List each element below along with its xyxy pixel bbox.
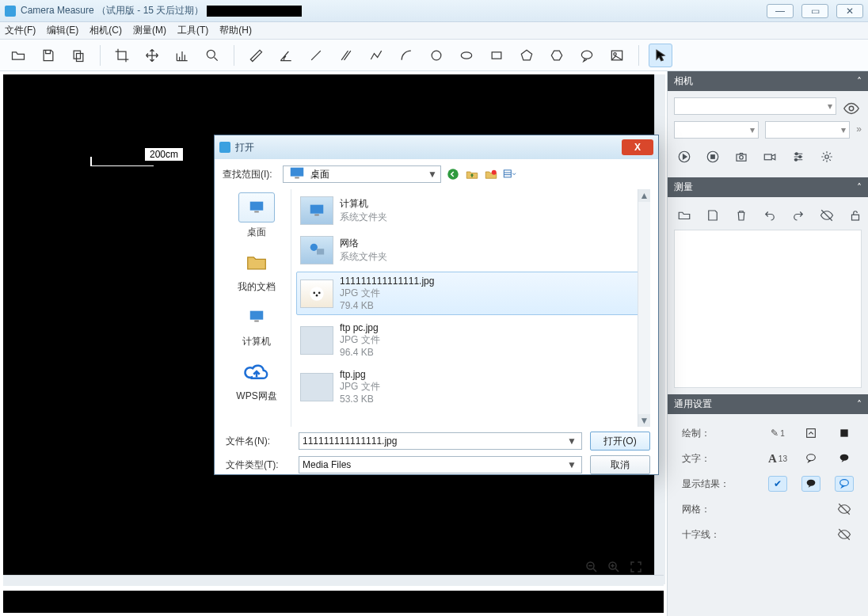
list-item[interactable]: ftp.jpgJPG 文件53.3 KB — [296, 365, 645, 409]
rect-icon[interactable] — [485, 44, 508, 67]
arc-icon[interactable] — [394, 44, 418, 67]
general-panel-header[interactable]: 通用设置˄ — [668, 394, 868, 414]
edit-box-icon[interactable] — [801, 425, 820, 441]
camera-select[interactable]: ▾ — [674, 97, 836, 115]
label-grid: 网格： — [682, 503, 736, 516]
hide-icon[interactable] — [820, 208, 834, 225]
annotate-icon[interactable] — [575, 44, 599, 67]
dialog-titlebar: 打开 X — [215, 135, 658, 159]
visibility-icon[interactable] — [841, 100, 862, 120]
place-mydocs[interactable]: 我的文档 — [238, 247, 276, 294]
crop-icon[interactable] — [110, 44, 134, 67]
image-icon[interactable] — [605, 44, 629, 67]
menu-help[interactable]: 帮助(H) — [219, 24, 252, 37]
bubble-fill-icon[interactable] — [835, 451, 854, 466]
list-item-selected[interactable]: 111111111111111.jpgJPG 文件79.4 KB — [296, 272, 645, 315]
save-icon[interactable] — [36, 44, 60, 67]
maximize-button[interactable]: ▭ — [801, 4, 828, 18]
redo-icon[interactable] — [791, 208, 805, 225]
measure-label: 200cm — [144, 147, 184, 162]
horizontal-scrollbar[interactable] — [3, 575, 664, 586]
measure-panel-header[interactable]: 测量˄ — [668, 177, 868, 197]
save-icon[interactable] — [706, 208, 720, 225]
svg-rect-30 — [295, 177, 299, 178]
zoom-icon[interactable] — [200, 44, 224, 67]
svg-rect-29 — [291, 167, 304, 176]
list-item[interactable]: ftp pc.jpgJPG 文件96.4 KB — [296, 318, 645, 362]
parallel-icon[interactable] — [334, 44, 358, 67]
file-list[interactable]: 计算机系统文件夹 网络系统文件夹 111111111111111.jpgJPG … — [291, 189, 650, 427]
menu-tools[interactable]: 工具(T) — [177, 24, 208, 37]
svg-point-16 — [740, 156, 744, 160]
pointer-icon[interactable] — [649, 44, 672, 67]
back-icon[interactable] — [446, 167, 460, 181]
res-select-2[interactable]: ▾ — [765, 121, 850, 139]
label-cross: 十字线： — [682, 528, 736, 542]
filetype-select[interactable]: Media Files▼ — [299, 456, 582, 473]
polyline-icon[interactable] — [364, 44, 388, 67]
zoom-in-icon[interactable] — [607, 560, 621, 576]
bubble-outline-icon[interactable] — [801, 451, 820, 466]
measure-list[interactable] — [674, 230, 862, 388]
zoom-out-icon[interactable] — [584, 560, 599, 576]
new-folder-icon[interactable] — [484, 167, 498, 181]
view-menu-icon[interactable] — [503, 167, 517, 181]
dialog-close-button[interactable]: X — [622, 139, 653, 155]
ellipse-icon[interactable] — [455, 44, 478, 67]
undo-icon[interactable] — [763, 208, 777, 225]
polygon-icon[interactable] — [545, 44, 569, 67]
place-desktop[interactable]: 桌面 — [238, 192, 275, 239]
list-item[interactable]: 网络系统文件夹 — [296, 232, 645, 268]
menu-file[interactable]: 文件(F) — [5, 24, 36, 37]
place-wps[interactable]: WPS网盘 — [236, 356, 276, 403]
stop-icon[interactable] — [706, 150, 720, 166]
menu-measure[interactable]: 测量(M) — [133, 24, 166, 37]
lookin-select[interactable]: 桌面 ▼ — [283, 165, 441, 183]
res-select-1[interactable]: ▾ — [674, 121, 759, 139]
ruler-icon[interactable] — [244, 44, 268, 67]
menu-camera[interactable]: 相机(C) — [89, 24, 122, 37]
eye-off-icon[interactable] — [835, 527, 854, 542]
list-item[interactable]: 计算机系统文件夹 — [296, 192, 645, 229]
settings-icon[interactable] — [820, 150, 834, 166]
up-folder-icon[interactable] — [465, 167, 479, 181]
pentagon-icon[interactable] — [515, 44, 539, 67]
svg-point-6 — [581, 51, 592, 59]
place-computer[interactable]: 计算机 — [238, 302, 275, 348]
snapshot-icon[interactable] — [734, 150, 748, 166]
histogram-icon[interactable] — [170, 44, 194, 67]
lock-icon[interactable] — [848, 208, 862, 225]
move-icon[interactable] — [140, 44, 164, 67]
svg-point-3 — [432, 51, 441, 60]
camera-panel-header[interactable]: 相机˄ — [668, 71, 868, 91]
copy-icon[interactable] — [67, 44, 90, 67]
record-icon[interactable] — [763, 150, 777, 166]
open-button[interactable]: 打开(O) — [590, 432, 650, 451]
svg-point-31 — [447, 169, 459, 180]
fill-icon[interactable] — [835, 425, 854, 441]
close-button[interactable]: ✕ — [836, 4, 863, 18]
angle-icon[interactable] — [274, 44, 298, 67]
open-icon[interactable] — [6, 44, 30, 67]
circle-icon[interactable] — [424, 44, 448, 67]
line-icon[interactable] — [304, 44, 328, 67]
trash-icon[interactable] — [734, 208, 748, 225]
sliders-icon[interactable] — [791, 150, 805, 166]
svg-point-40 — [310, 244, 318, 251]
cancel-button[interactable]: 取消 — [590, 455, 650, 474]
pen-icon[interactable]: ✎1 — [768, 425, 787, 441]
filename-input[interactable]: 111111111111111.jpg▼ — [299, 432, 582, 450]
bubble-outline-icon[interactable] — [801, 476, 820, 492]
minimize-button[interactable]: — — [767, 4, 794, 18]
font-icon[interactable]: A13 — [768, 451, 787, 466]
folder-icon[interactable] — [677, 208, 691, 225]
menu-edit[interactable]: 编辑(E) — [47, 24, 78, 37]
svg-rect-39 — [314, 215, 319, 216]
bubble-blue-icon[interactable] — [835, 476, 854, 492]
expand-icon[interactable]: » — [856, 121, 862, 145]
checkbox-on-icon[interactable]: ✔ — [768, 476, 787, 492]
dialog-scrollbar[interactable]: ▲▼ — [638, 189, 650, 427]
play-icon[interactable] — [677, 150, 691, 166]
eye-off-icon[interactable] — [835, 501, 854, 517]
fullscreen-icon[interactable] — [629, 560, 643, 576]
